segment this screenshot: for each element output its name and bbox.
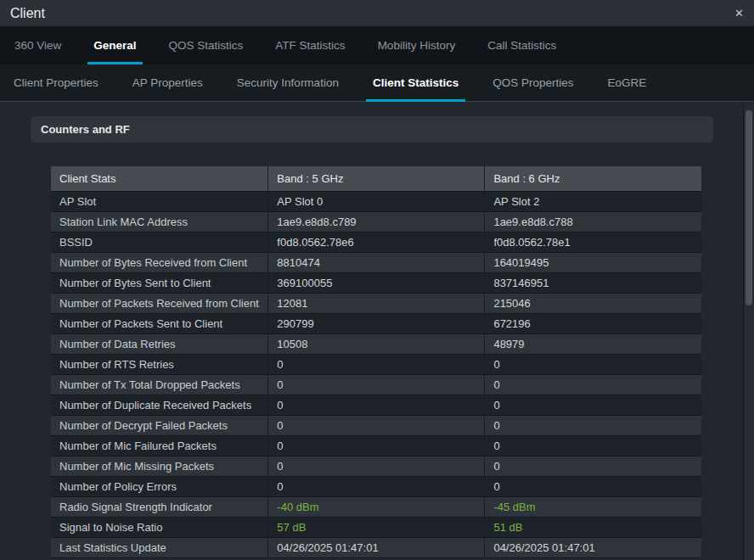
table-row-ap-slot: AP SlotAP Slot 0AP Slot 2 [51,192,701,212]
table-row-number-of-data-retries: Number of Data Retries1050848979 [51,334,701,355]
tab-label: Mobility History [378,39,456,52]
titlebar: Client ✕ [0,0,754,26]
band5-value: 0 [268,477,485,497]
section-header-counters-and-rf: Counters and RF [31,116,713,143]
band5-value: 04/26/2025 01:47:01 [268,538,485,558]
tab-label: Client Properties [14,76,98,89]
tab-label: General [93,39,136,52]
row-label: Number of Mic Failured Packets [51,436,268,456]
band6-value: f0d8.0562.78e1 [485,232,701,253]
tab-call-statistics[interactable]: Call Statistics [473,26,571,64]
tab-label: EoGRE [607,76,646,89]
band5-value: 12081 [268,294,485,314]
sub-tab-bar: Client PropertiesAP PropertiesSecurity I… [0,64,754,102]
band6-value: 0 [485,477,701,497]
tab-label: QOS Properties [492,76,573,89]
table-row-number-of-duplicate-received-packets: Number of Duplicate Received Packets00 [51,395,701,416]
band5-value: 0 [268,395,485,416]
tab-label: Call Statistics [487,39,556,52]
table-row-number-of-packets-received-from-client: Number of Packets Received from Client12… [51,294,701,314]
table-row-number-of-rts-retries: Number of RTS Retries00 [51,355,701,375]
band6-value: 672196 [485,314,701,334]
row-label: Number of Bytes Received from Client [51,253,268,273]
tab-qos-statistics[interactable]: QOS Statistics [155,26,258,64]
band5-value: 0 [268,436,485,456]
subtab-qos-properties[interactable]: QOS Properties [479,64,587,101]
tab-label: QOS Statistics [169,39,244,52]
table-row-radio-signal-strength-indicator: Radio Signal Strength Indicator-40 dBm-4… [51,497,701,518]
band5-value: 1ae9.e8d8.c789 [268,212,485,232]
band5-value: 0 [268,355,485,375]
band6-value: AP Slot 2 [485,192,701,212]
band5-value: 8810474 [268,253,485,273]
row-label: Radio Signal Strength Indicator [51,497,268,518]
tab-360-view[interactable]: 360 View [0,26,76,64]
band6-value: 0 [485,355,701,375]
subtab-ap-properties[interactable]: AP Properties [119,64,217,101]
band6-value: -45 dBm [485,497,701,518]
row-label: Number of Decrypt Failed Packets [51,416,268,436]
table-header-row: Client Stats Band : 5 GHz Band : 6 GHz [51,166,701,192]
table-row-number-of-tx-total-dropped-packets: Number of Tx Total Dropped Packets00 [51,375,701,395]
client-stats-table: Client Stats Band : 5 GHz Band : 6 GHz A… [51,166,701,558]
band5-value: AP Slot 0 [268,192,485,212]
header-band-5ghz: Band : 5 GHz [268,166,485,192]
band5-value: 369100055 [268,273,485,294]
band6-value: 0 [485,456,701,477]
row-label: Number of Tx Total Dropped Packets [51,375,268,395]
subtab-eogre[interactable]: EoGRE [594,64,660,101]
tab-mobility-history[interactable]: Mobility History [363,26,470,64]
row-label: Last Statistics Update [51,538,268,558]
tab-label: AP Properties [132,76,203,89]
row-label: Number of Packets Sent to Client [51,314,268,334]
row-label: Number of Mic Missing Packets [51,456,268,477]
band6-value: 0 [485,436,701,456]
content-area: Counters and RF Client Stats Band : 5 GH… [0,102,754,560]
table-row-number-of-bytes-sent-to-client: Number of Bytes Sent to Client3691000558… [51,273,701,294]
band5-value: -40 dBm [268,497,485,518]
table-row-number-of-mic-missing-packets: Number of Mic Missing Packets00 [51,456,701,477]
tab-label: Client Statistics [373,76,459,89]
section-title: Counters and RF [41,123,130,136]
tab-atf-statistics[interactable]: ATF Statistics [261,26,359,64]
band5-value: 0 [268,456,485,477]
client-stats-table-wrap: Client Stats Band : 5 GHz Band : 6 GHz A… [51,166,701,558]
table-row-bssid: BSSIDf0d8.0562.78e6f0d8.0562.78e1 [51,232,701,253]
band6-value: 837146951 [485,273,701,294]
band6-value: 0 [485,395,701,416]
header-band-6ghz: Band : 6 GHz [485,166,701,192]
vertical-scrollbar[interactable] [743,104,754,560]
band5-value: 10508 [268,334,485,355]
band5-value: 0 [268,416,485,436]
band5-value: 0 [268,375,485,395]
band5-value: 290799 [268,314,485,334]
subtab-security-information[interactable]: Security Information [223,64,352,101]
band5-value: 57 dB [268,518,485,538]
row-label: Number of RTS Retries [51,355,268,375]
client-dialog: Client ✕ 360 ViewGeneralQOS StatisticsAT… [0,0,754,560]
table-row-number-of-mic-failured-packets: Number of Mic Failured Packets00 [51,436,701,456]
band6-value: 0 [485,375,701,395]
row-label: Number of Duplicate Received Packets [51,395,268,416]
tab-label: ATF Statistics [275,39,345,52]
row-label: BSSID [51,232,268,253]
band6-value: 215046 [485,294,701,314]
band5-value: f0d8.0562.78e6 [268,232,485,253]
subtab-client-properties[interactable]: Client Properties [0,64,112,101]
table-row-station-link-mac-address: Station Link MAC Address1ae9.e8d8.c7891a… [51,212,701,232]
close-icon[interactable]: ✕ [734,7,744,20]
table-row-number-of-decrypt-failed-packets: Number of Decrypt Failed Packets00 [51,416,701,436]
tab-label: 360 View [14,39,61,52]
subtab-client-statistics[interactable]: Client Statistics [359,64,472,101]
band6-value: 0 [485,416,701,436]
table-row-signal-to-noise-ratio: Signal to Noise Ratio57 dB51 dB [51,518,701,538]
table-row-number-of-bytes-received-from-client: Number of Bytes Received from Client8810… [51,253,701,273]
header-client-stats: Client Stats [51,166,268,192]
row-label: Station Link MAC Address [51,212,268,232]
page-title: Client [10,6,45,21]
row-label: AP Slot [51,192,268,212]
main-tab-bar: 360 ViewGeneralQOS StatisticsATF Statist… [0,26,754,64]
band6-value: 51 dB [485,518,701,538]
scrollbar-thumb[interactable] [746,110,752,305]
tab-general[interactable]: General [79,26,150,64]
